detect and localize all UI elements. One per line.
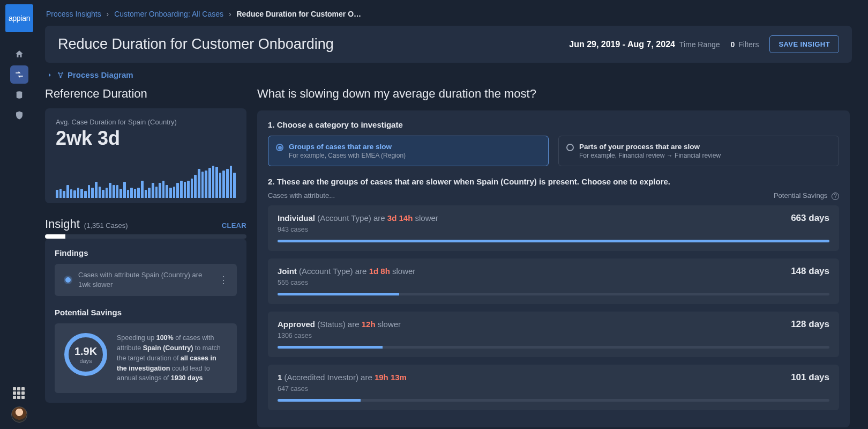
page-title: Reduce Duration for Customer Onboarding	[58, 36, 334, 53]
case-description: 1 (Accredited Investor) are 19h 13m	[278, 373, 407, 382]
reference-duration-value: 2wk 3d	[56, 127, 236, 150]
list-header: Cases with attribute... Potential Saving…	[268, 191, 839, 200]
sparkline-chart	[56, 166, 236, 198]
savings-description: Speeding up 100% of cases with attribute…	[117, 333, 227, 383]
option2-title: Parts of your process that are slow	[579, 143, 721, 151]
reference-duration-title: Reference Duration	[45, 87, 246, 101]
option2-sub: For example, Financial review → Financia…	[579, 152, 721, 159]
case-group-row[interactable]: Individual (Account Type) are 3d 14h slo…	[268, 205, 839, 251]
finding-item[interactable]: Cases with attribute Spain (Country) are…	[55, 264, 237, 296]
process-diagram-toggle[interactable]: Process Diagram	[45, 63, 852, 87]
savings-bar	[278, 293, 829, 295]
option1-sub: For example, Cases with EMEA (Region)	[289, 152, 406, 159]
case-count: 647 cases	[278, 385, 829, 393]
savings-card: 1.9K days Speeding up 100% of cases with…	[55, 323, 237, 393]
finding-text: Cases with attribute Spain (Country) are…	[78, 270, 209, 290]
logo: appian	[5, 4, 33, 32]
case-count: 943 cases	[278, 226, 829, 233]
finding-indicator-dot	[65, 277, 71, 283]
insight-panel: Findings Cases with attribute Spain (Cou…	[45, 239, 246, 403]
savings-bar	[278, 240, 829, 242]
database-icon[interactable]	[10, 86, 28, 104]
case-group-row[interactable]: Joint (Account Type) are 1d 8h slower148…	[268, 258, 839, 304]
shield-icon[interactable]	[10, 106, 28, 124]
chevron-right-icon: ›	[107, 10, 109, 18]
case-savings: 663 days	[791, 213, 829, 224]
home-icon[interactable]	[10, 45, 28, 63]
investigation-panel: 1. Choose a category to investigate Grou…	[257, 110, 850, 427]
step2-label: 2. These are the groups of cases that ar…	[268, 177, 839, 186]
process-icon[interactable]	[10, 65, 28, 84]
chevron-right-icon	[46, 71, 54, 79]
step1-label: 1. Choose a category to investigate	[268, 120, 839, 129]
help-icon[interactable]: ?	[832, 193, 839, 200]
cases-with-attribute-label: Cases with attribute...	[268, 191, 335, 200]
svg-point-3	[60, 76, 61, 77]
time-range[interactable]: Jun 29, 2019 - Aug 7, 2024 Time Range	[569, 40, 720, 49]
case-savings: 128 days	[791, 319, 829, 330]
case-group-row[interactable]: 1 (Accredited Investor) are 19h 13m101 d…	[268, 365, 839, 410]
option1-title: Groups of cases that are slow	[289, 143, 406, 151]
filters-indicator[interactable]: 0 Filters	[731, 40, 759, 49]
breadcrumb: Process Insights › Customer Onboarding: …	[45, 5, 852, 26]
breadcrumb-current: Reduce Duration for Customer O…	[237, 10, 362, 18]
process-diagram-label: Process Diagram	[68, 70, 133, 79]
reference-duration-card: Avg. Case Duration for Spain (Country) 2…	[45, 108, 246, 203]
category-option-groups[interactable]: Groups of cases that are slow For exampl…	[268, 136, 549, 166]
save-insight-button[interactable]: SAVE INSIGHT	[769, 35, 839, 53]
diagram-icon	[57, 71, 64, 79]
time-range-value: Jun 29, 2019 - Aug 7, 2024	[569, 40, 675, 49]
case-description: Approved (Status) are 12h slower	[278, 320, 401, 329]
breadcrumb-link-2[interactable]: Customer Onboarding: All Cases	[114, 10, 223, 18]
svg-point-1	[58, 72, 59, 73]
breadcrumb-link-1[interactable]: Process Insights	[46, 10, 101, 18]
potential-savings-header: Potential Savings	[774, 191, 827, 199]
potential-savings-title: Potential Savings	[55, 308, 237, 317]
user-avatar[interactable]	[11, 406, 27, 423]
donut-value: 1.9K	[74, 345, 97, 358]
chevron-right-icon: ›	[229, 10, 231, 18]
radio-icon	[566, 144, 574, 151]
case-group-row[interactable]: Approved (Status) are 12h slower128 days…	[268, 312, 839, 357]
filters-count: 0	[731, 40, 735, 49]
left-sidebar: appian	[0, 0, 39, 429]
radio-icon	[276, 144, 283, 151]
case-description: Individual (Account Type) are 3d 14h slo…	[278, 213, 438, 223]
svg-point-2	[62, 72, 63, 73]
case-savings: 148 days	[791, 266, 829, 277]
case-count: 555 cases	[278, 279, 829, 286]
kebab-menu-icon[interactable]: ⋮	[216, 274, 230, 286]
savings-bar	[278, 346, 829, 349]
insight-count: (1,351 Cases)	[84, 221, 128, 230]
donut-unit: days	[79, 358, 92, 364]
savings-donut: 1.9K days	[64, 333, 107, 376]
category-option-process-parts[interactable]: Parts of your process that are slow For …	[558, 136, 839, 166]
findings-title: Findings	[55, 248, 237, 257]
apps-grid-icon[interactable]	[13, 387, 26, 400]
savings-bar	[278, 399, 829, 402]
page-header: Reduce Duration for Customer Onboarding …	[45, 26, 852, 63]
time-range-label: Time Range	[679, 40, 720, 49]
case-count: 1306 cases	[278, 332, 829, 339]
filters-label: Filters	[738, 40, 759, 49]
case-savings: 101 days	[791, 372, 829, 383]
reference-duration-sub: Avg. Case Duration for Spain (Country)	[56, 118, 236, 126]
question-title: What is slowing down my average duration…	[257, 87, 850, 101]
insight-title: Insight	[45, 217, 80, 231]
clear-button[interactable]: CLEAR	[222, 221, 246, 230]
insight-progress	[45, 234, 246, 239]
case-description: Joint (Account Type) are 1d 8h slower	[278, 267, 415, 276]
